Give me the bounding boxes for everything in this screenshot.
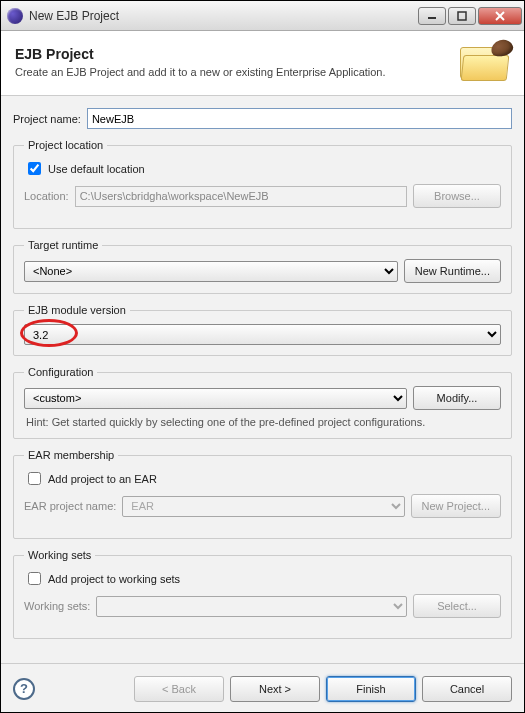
wizard-footer: ? < Back Next > Finish Cancel [1, 663, 524, 713]
maximize-button[interactable] [448, 7, 476, 25]
ejb-version-legend: EJB module version [24, 304, 130, 316]
add-to-ear-checkbox[interactable] [28, 472, 41, 485]
page-title: EJB Project [15, 46, 460, 62]
add-to-working-sets-label: Add project to working sets [48, 573, 180, 585]
page-subtitle: Create an EJB Project and add it to a ne… [15, 66, 460, 78]
project-location-legend: Project location [24, 139, 107, 151]
ejb-version-group: EJB module version 3.2 [13, 304, 512, 356]
help-icon[interactable]: ? [13, 678, 35, 700]
add-to-ear-label: Add project to an EAR [48, 473, 157, 485]
select-working-sets-button: Select... [413, 594, 501, 618]
back-button: < Back [134, 676, 224, 702]
use-default-location-label: Use default location [48, 163, 145, 175]
location-input [75, 186, 407, 207]
browse-button: Browse... [413, 184, 501, 208]
configuration-hint: Hint: Get started quickly by selecting o… [26, 416, 501, 428]
ear-name-select: EAR [122, 496, 404, 517]
project-name-input[interactable] [87, 108, 512, 129]
add-to-working-sets-checkbox[interactable] [28, 572, 41, 585]
working-sets-label: Working sets: [24, 600, 90, 612]
new-runtime-button[interactable]: New Runtime... [404, 259, 501, 283]
target-runtime-group: Target runtime <None> New Runtime... [13, 239, 512, 294]
next-button[interactable]: Next > [230, 676, 320, 702]
working-sets-select [96, 596, 407, 617]
minimize-button[interactable] [418, 7, 446, 25]
ear-membership-group: EAR membership Add project to an EAR EAR… [13, 449, 512, 539]
working-sets-legend: Working sets [24, 549, 95, 561]
svg-rect-1 [458, 12, 466, 20]
ejb-folder-icon [460, 41, 510, 83]
eclipse-icon [7, 8, 23, 24]
location-label: Location: [24, 190, 69, 202]
target-runtime-select[interactable]: <None> [24, 261, 398, 282]
close-button[interactable] [478, 7, 522, 25]
working-sets-group: Working sets Add project to working sets… [13, 549, 512, 639]
ear-membership-legend: EAR membership [24, 449, 118, 461]
cancel-button[interactable]: Cancel [422, 676, 512, 702]
configuration-group: Configuration <custom> Modify... Hint: G… [13, 366, 512, 439]
wizard-header: EJB Project Create an EJB Project and ad… [1, 31, 524, 96]
use-default-location-checkbox[interactable] [28, 162, 41, 175]
ear-name-label: EAR project name: [24, 500, 116, 512]
project-name-label: Project name: [13, 113, 81, 125]
ejb-version-select[interactable]: 3.2 [24, 324, 501, 345]
finish-button[interactable]: Finish [326, 676, 416, 702]
wizard-body: Project name: Project location Use defau… [1, 96, 524, 663]
project-location-group: Project location Use default location Lo… [13, 139, 512, 229]
modify-button[interactable]: Modify... [413, 386, 501, 410]
new-ear-project-button: New Project... [411, 494, 501, 518]
configuration-legend: Configuration [24, 366, 97, 378]
configuration-select[interactable]: <custom> [24, 388, 407, 409]
titlebar: New EJB Project [1, 1, 524, 31]
target-runtime-legend: Target runtime [24, 239, 102, 251]
window-title: New EJB Project [29, 9, 418, 23]
